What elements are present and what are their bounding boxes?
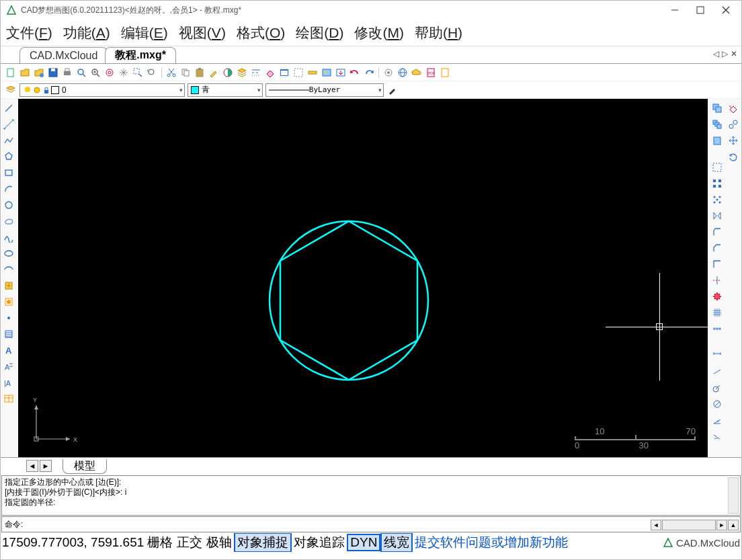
image-icon[interactable] bbox=[321, 67, 333, 79]
arc-icon[interactable] bbox=[2, 182, 15, 196]
scroll-left-icon[interactable]: ◄ bbox=[651, 520, 661, 530]
polyline-icon[interactable] bbox=[2, 134, 15, 147]
select-rect-icon[interactable] bbox=[710, 161, 724, 174]
layers-icon[interactable] bbox=[236, 67, 248, 79]
scrollbar-vertical[interactable] bbox=[728, 477, 739, 514]
circle-icon[interactable] bbox=[2, 198, 15, 212]
open-icon[interactable] bbox=[19, 67, 31, 79]
menu-draw[interactable]: 绘图(D) bbox=[296, 24, 343, 42]
table-icon[interactable] bbox=[2, 392, 15, 405]
xline-icon[interactable] bbox=[2, 118, 15, 131]
copy2-icon[interactable] bbox=[710, 102, 724, 115]
save-icon[interactable] bbox=[47, 67, 59, 79]
match-icon[interactable] bbox=[208, 67, 220, 79]
linetype-icon[interactable] bbox=[250, 67, 262, 79]
fillet-icon[interactable] bbox=[710, 225, 724, 239]
ellipse-arc-icon[interactable] bbox=[2, 263, 15, 276]
menu-view[interactable]: 视图(V) bbox=[179, 24, 226, 42]
open2-icon[interactable] bbox=[33, 67, 45, 79]
status-brand[interactable]: CAD.MxCloud bbox=[663, 537, 740, 549]
mtext-icon[interactable]: A bbox=[2, 360, 15, 373]
status-ortho[interactable]: 正交 bbox=[175, 534, 204, 551]
insert-block-icon[interactable] bbox=[2, 279, 15, 292]
spline-icon[interactable] bbox=[2, 231, 15, 244]
color-icon[interactable] bbox=[222, 67, 234, 79]
status-otrack[interactable]: 对象追踪 bbox=[292, 534, 347, 551]
tab-tutorial[interactable]: 教程.mxg* bbox=[105, 47, 176, 63]
zoom-prev-icon[interactable] bbox=[146, 67, 158, 79]
model-tab[interactable]: 模型 bbox=[63, 459, 107, 474]
trim-icon[interactable] bbox=[710, 274, 724, 287]
status-feedback-link[interactable]: 提交软件问题或增加新功能 bbox=[413, 534, 570, 551]
line-icon[interactable] bbox=[2, 102, 15, 115]
move-icon[interactable] bbox=[727, 134, 740, 147]
dim-aligned-icon[interactable] bbox=[710, 365, 724, 378]
zoom-in-icon[interactable] bbox=[89, 67, 101, 79]
rectangle-icon[interactable] bbox=[2, 166, 15, 179]
redo-icon[interactable] bbox=[363, 67, 375, 79]
print-icon[interactable] bbox=[61, 67, 73, 79]
chamfer-icon[interactable] bbox=[710, 241, 724, 255]
close-button[interactable] bbox=[721, 5, 731, 15]
cut-icon[interactable] bbox=[165, 67, 177, 79]
globe-icon[interactable] bbox=[397, 67, 409, 79]
menu-help[interactable]: 帮助(H) bbox=[415, 24, 462, 42]
menu-modify[interactable]: 修改(M) bbox=[354, 24, 404, 42]
hatch-icon[interactable] bbox=[2, 327, 15, 341]
mirror-icon[interactable] bbox=[710, 209, 724, 223]
settings-icon[interactable] bbox=[382, 67, 395, 79]
menu-edit[interactable]: 编辑(E) bbox=[121, 24, 168, 42]
export-icon[interactable] bbox=[335, 67, 347, 79]
dim-diameter-icon[interactable] bbox=[710, 397, 724, 411]
array2-icon[interactable] bbox=[710, 193, 724, 206]
text-icon[interactable]: A bbox=[2, 344, 15, 357]
tab-prev-icon[interactable]: ◁ bbox=[713, 49, 719, 58]
help-icon[interactable] bbox=[439, 67, 451, 79]
tab-nav-prev[interactable]: ◄ bbox=[26, 460, 38, 472]
menu-function[interactable]: 功能(A) bbox=[63, 24, 110, 42]
ellipse-icon[interactable] bbox=[2, 247, 15, 260]
command-input[interactable]: 命令: ◄ ► ▲ bbox=[1, 516, 741, 532]
linetype-combo[interactable]: ByLayer ▾ bbox=[265, 83, 384, 97]
drawing-canvas[interactable]: X Y 1070 030 bbox=[18, 99, 708, 457]
polygon-icon[interactable] bbox=[2, 150, 15, 163]
minimize-button[interactable] bbox=[670, 5, 679, 15]
copy-icon[interactable] bbox=[179, 67, 192, 79]
status-dyn[interactable]: DYN bbox=[347, 534, 380, 551]
dim-linear-icon[interactable] bbox=[710, 349, 724, 362]
brush-icon[interactable] bbox=[386, 84, 399, 96]
find-icon[interactable] bbox=[75, 67, 87, 79]
pan-icon[interactable] bbox=[118, 67, 130, 79]
status-osnap[interactable]: 对象捕捉 bbox=[234, 533, 292, 552]
paste-icon[interactable] bbox=[194, 67, 206, 79]
pdf-icon[interactable]: PDF bbox=[425, 67, 437, 79]
tab-cloud[interactable]: CAD.MxCloud bbox=[19, 47, 108, 63]
paste2-icon[interactable] bbox=[710, 134, 724, 147]
scroll-right-icon[interactable]: ► bbox=[716, 520, 727, 530]
select-icon[interactable] bbox=[292, 67, 304, 79]
menu-format[interactable]: 格式(O) bbox=[237, 24, 285, 42]
grid-icon[interactable] bbox=[710, 306, 724, 319]
explode-icon[interactable] bbox=[710, 290, 724, 303]
tab-close-icon[interactable]: ✕ bbox=[731, 49, 737, 58]
cloud-icon[interactable] bbox=[411, 67, 423, 79]
make-block-icon[interactable] bbox=[2, 295, 15, 309]
window-icon[interactable] bbox=[278, 67, 290, 79]
align-h-icon[interactable] bbox=[710, 322, 724, 335]
dim-radius-icon[interactable] bbox=[710, 381, 724, 395]
status-grid[interactable]: 栅格 bbox=[145, 534, 175, 551]
layer-combo[interactable]: 0 ▾ bbox=[19, 83, 185, 97]
dim-arc-icon[interactable] bbox=[710, 430, 724, 443]
tab-next-icon[interactable]: ▷ bbox=[722, 49, 728, 58]
maximize-button[interactable] bbox=[696, 5, 705, 15]
erase-icon[interactable] bbox=[727, 102, 740, 115]
eraser-icon[interactable] bbox=[264, 67, 276, 79]
attdef-icon[interactable]: |A bbox=[2, 376, 15, 389]
status-lwt[interactable]: 线宽 bbox=[380, 533, 413, 552]
scroll-up-icon[interactable]: ▲ bbox=[728, 520, 739, 530]
status-polar[interactable]: 极轴 bbox=[204, 534, 234, 551]
copy3-icon[interactable] bbox=[710, 118, 724, 131]
rotate-icon[interactable] bbox=[727, 150, 740, 163]
undo-icon[interactable] bbox=[349, 67, 361, 79]
scroll-track[interactable] bbox=[662, 520, 716, 530]
